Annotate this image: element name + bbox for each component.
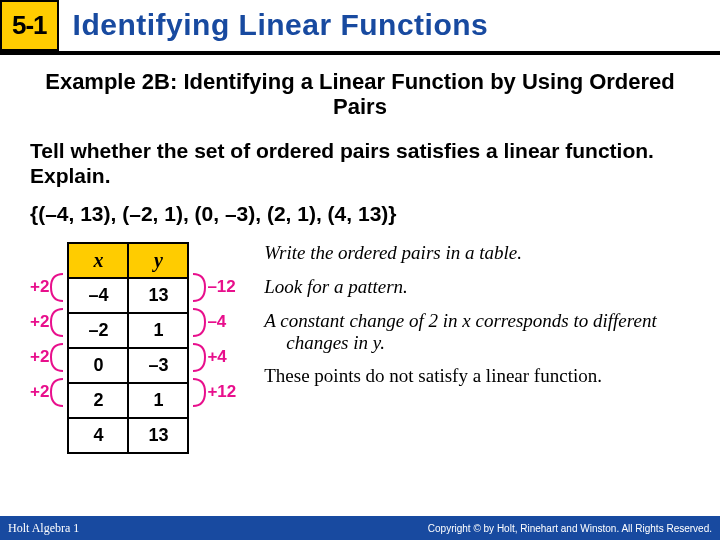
explain-p1: Write the ordered pairs in a table. [264,242,700,264]
col-x: x [68,243,128,278]
section-badge: 5-1 [0,0,59,51]
dy-label: +4 [207,347,226,367]
table-row: –413 [68,278,188,313]
work-area: +2 +2 +2 +2 x y –413 –21 0–3 21 413 –12 … [0,236,720,454]
table-header-row: x y [68,243,188,278]
table-row: –21 [68,313,188,348]
dx-label: +2 [30,277,49,297]
explain-p4: These points do not satisfy a linear fun… [264,365,700,387]
y-deltas: –12 –4 +4 +12 [193,242,236,410]
dy-label: –12 [207,277,235,297]
copyright: Copyright © by Holt, Rinehart and Winsto… [428,523,712,534]
table-row: 0–3 [68,348,188,383]
explain-p3: A constant change of 2 in x corresponds … [264,310,700,354]
x-deltas: +2 +2 +2 +2 [30,242,63,410]
example-title: Example 2B: Identifying a Linear Functio… [0,55,720,128]
explanation: Write the ordered pairs in a table. Look… [236,242,700,454]
table-with-deltas: +2 +2 +2 +2 x y –413 –21 0–3 21 413 –12 … [30,242,236,454]
dx-label: +2 [30,382,49,402]
col-y: y [128,243,188,278]
chapter-title: Identifying Linear Functions [59,0,720,51]
dx-label: +2 [30,347,49,367]
dy-label: –4 [207,312,226,332]
instruction-text: Tell whether the set of ordered pairs sa… [0,128,720,194]
table-row: 413 [68,418,188,453]
book-title: Holt Algebra 1 [8,521,79,536]
table-row: 21 [68,383,188,418]
xy-table: x y –413 –21 0–3 21 413 [67,242,189,454]
ordered-pairs-set: {(–4, 13), (–2, 1), (0, –3), (2, 1), (4,… [0,194,720,236]
dx-label: +2 [30,312,49,332]
slide-footer: Holt Algebra 1 Copyright © by Holt, Rine… [0,516,720,540]
explain-p2: Look for a pattern. [264,276,700,298]
slide-header: 5-1 Identifying Linear Functions [0,0,720,55]
dy-label: +12 [207,382,236,402]
